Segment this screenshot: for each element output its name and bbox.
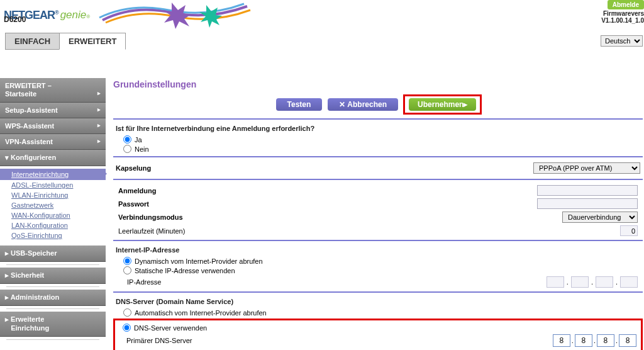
- login-no-label: Nein: [135, 145, 149, 153]
- ip-static-label: Statische IP-Adresse verwenden: [135, 267, 235, 274]
- model-label: D6200: [4, 15, 26, 24]
- chevron-right-icon: ▸: [5, 271, 11, 279]
- sidebar-sub-qos[interactable]: QoS-Einrichtung: [0, 230, 106, 240]
- chevron-right-icon: ▸: [97, 122, 101, 128]
- chevron-right-icon: ▸: [97, 106, 101, 113]
- genie-text: genie®: [60, 9, 91, 21]
- ip-dynamic-label: Dynamisch vom Internet-Provider abrufen: [135, 257, 263, 265]
- login-question: Ist für Ihre Internetverbindung eine Anm…: [116, 123, 640, 135]
- logout-button[interactable]: Abmelde: [608, 0, 644, 9]
- sidebar-security[interactable]: ▸ Sicherheit: [0, 268, 106, 284]
- login-label: Anmeldung: [118, 187, 157, 195]
- chevron-down-icon: ▾: [5, 154, 11, 161]
- idle-timeout-label: Leerlaufzeit (Minuten): [118, 227, 185, 235]
- sidebar-setup-wizard[interactable]: Setup-Assistent▸: [0, 103, 106, 118]
- encapsulation-label: Kapselung: [116, 164, 151, 172]
- firmware-version: V1.1.00.14_1.0: [601, 17, 644, 24]
- sidebar-advanced-setup[interactable]: ▸ Erweiterte Einrichtung: [0, 312, 106, 336]
- chevron-right-icon: ▸: [5, 249, 11, 257]
- dns-auto-radio[interactable]: [123, 308, 131, 317]
- sidebar-usb[interactable]: ▸ USB-Speicher: [0, 246, 106, 262]
- sidebar-admin[interactable]: ▸ Administration: [0, 290, 106, 306]
- ip-dynamic-radio[interactable]: [123, 257, 131, 265]
- dns-highlight-box: DNS-Server verwenden Primärer DNS-Server…: [113, 319, 643, 350]
- sidebar-vpn-wizard[interactable]: VPN-Assistent▸: [0, 134, 106, 150]
- ip-octet-4[interactable]: [620, 276, 638, 288]
- idle-timeout-input[interactable]: [620, 225, 638, 236]
- sidebar-sub-wlan[interactable]: WLAN-Einrichtung: [0, 190, 106, 200]
- sidebar-sub-guest[interactable]: Gastnetzwerk: [0, 200, 106, 210]
- ip-octet-3[interactable]: [596, 276, 613, 288]
- ip-address-label: IP-Adresse: [127, 278, 161, 286]
- chevron-right-icon: ▸: [5, 315, 11, 323]
- primary-dns-1[interactable]: [553, 334, 570, 347]
- apply-button[interactable]: Ubernehmen▸: [409, 98, 476, 111]
- sidebar-sub-wan[interactable]: WAN-Konfiguration: [0, 210, 106, 220]
- dns-auto-label: Automatisch vom Internet-Provider abrufe…: [135, 309, 267, 317]
- primary-dns-4[interactable]: [619, 334, 636, 347]
- dns-use-label: DNS-Server verwenden: [134, 324, 207, 332]
- cancel-button[interactable]: ✕ Abbrechen: [328, 98, 398, 111]
- sidebar-home[interactable]: ERWEITERT –Startseite ▸: [0, 78, 106, 103]
- login-yes-label: Ja: [135, 136, 142, 144]
- chevron-right-icon: ▸: [5, 293, 11, 301]
- apply-highlight: Ubernehmen▸: [403, 94, 482, 115]
- tab-basic[interactable]: EINFACH: [5, 33, 59, 50]
- ip-octet-1[interactable]: [547, 276, 564, 288]
- internet-ip-heading: Internet-IP-Adresse: [116, 245, 640, 256]
- encapsulation-select[interactable]: PPPoA (PPP over ATM): [533, 162, 640, 174]
- sidebar-sub-lan[interactable]: LAN-Konfiguration: [0, 220, 106, 230]
- sidebar-sub-adsl[interactable]: ADSL-Einstellungen: [0, 180, 106, 190]
- primary-dns-label: Primärer DNS-Server: [126, 337, 192, 344]
- ip-address-fields: . . .: [547, 276, 638, 288]
- primary-dns-2[interactable]: [575, 334, 592, 347]
- login-no-radio[interactable]: [123, 145, 131, 153]
- sidebar-sub-internet[interactable]: Interneteinrichtung: [0, 169, 106, 180]
- chevron-right-icon: ▸: [97, 90, 101, 97]
- chevron-right-icon: ▸: [97, 138, 101, 144]
- connection-mode-label: Verbindungsmodus: [118, 213, 183, 221]
- genie-logo-swirl: [96, 1, 260, 29]
- ip-octet-2[interactable]: [571, 276, 589, 288]
- dns-heading: DNS-Server (Domain Name Service): [116, 296, 640, 308]
- firmware-label: Firmwarevers: [603, 10, 644, 17]
- tab-advanced[interactable]: ERWEITERT: [59, 33, 126, 50]
- login-input[interactable]: [537, 185, 638, 196]
- login-yes-radio[interactable]: [123, 135, 131, 144]
- ip-static-radio[interactable]: [123, 266, 131, 274]
- sidebar: ERWEITERT –Startseite ▸ Setup-Assistent▸…: [0, 78, 106, 350]
- sidebar-wps-wizard[interactable]: WPS-Assistent▸: [0, 118, 106, 134]
- sidebar-configure[interactable]: ▾ Konfigurieren: [0, 150, 106, 166]
- page-title: Grundeinstellungen: [113, 78, 643, 92]
- dns-use-radio[interactable]: [123, 324, 131, 332]
- primary-dns-3[interactable]: [597, 334, 614, 347]
- password-input[interactable]: [537, 198, 638, 209]
- password-label: Passwort: [118, 200, 149, 208]
- connection-mode-select[interactable]: Dauerverbindung: [562, 212, 638, 223]
- test-button[interactable]: Testen: [276, 98, 323, 111]
- language-select[interactable]: Deutsch: [601, 35, 643, 47]
